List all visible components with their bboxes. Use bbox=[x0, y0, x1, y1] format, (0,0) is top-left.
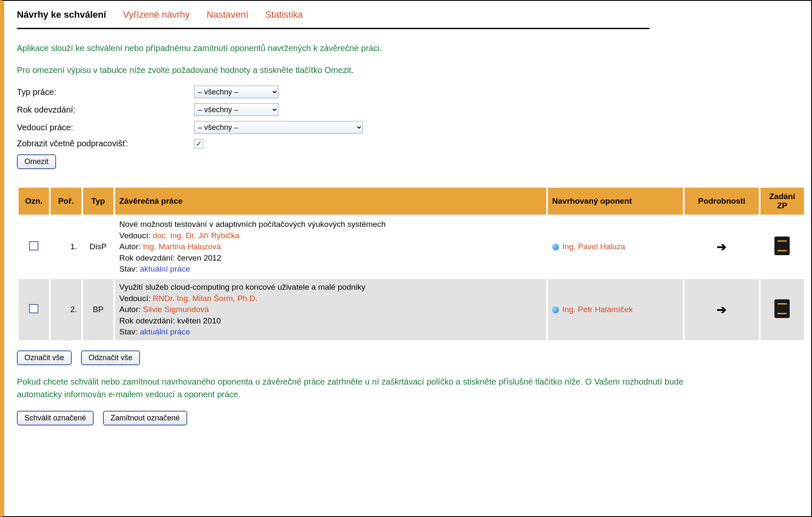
opponent-link[interactable]: Ing. Petr Halamíček bbox=[562, 305, 633, 314]
row-por: 1. bbox=[51, 216, 81, 277]
label-autor: Autor: bbox=[119, 242, 143, 251]
thesis-title: Nové možnosti testování v adaptivních po… bbox=[119, 219, 542, 230]
author-link[interactable]: Ing. Martina Haluzová bbox=[143, 242, 221, 251]
row-typ: DisP bbox=[83, 216, 113, 277]
th-opponent: Navrhovaný oponent bbox=[548, 188, 683, 215]
table-row: 1. DisP Nové možnosti testování v adapti… bbox=[19, 216, 804, 277]
help-text: Pokud chcete schválit nebo zamítnout nav… bbox=[17, 375, 683, 401]
filter-subdept-checkbox[interactable]: ✓ bbox=[194, 139, 203, 148]
th-ozn: Ozn. bbox=[19, 188, 49, 215]
check-icon: ✓ bbox=[196, 139, 202, 148]
th-por: Poř. bbox=[51, 188, 81, 215]
tab-proposals[interactable]: Návrhy ke schválení bbox=[17, 9, 106, 20]
status-link[interactable]: aktuální práce bbox=[140, 327, 190, 336]
filter-supervisor-label: Vedoucí práce: bbox=[17, 123, 194, 132]
th-details: Podrobnosti bbox=[685, 188, 759, 215]
table-row: 2. BP Využití služeb cloud-computing pro… bbox=[19, 279, 804, 340]
book-icon[interactable] bbox=[774, 237, 790, 255]
proposals-table: Ozn. Poř. Typ Závěrečná práce Navrhovaný… bbox=[17, 186, 806, 342]
opponent-link[interactable]: Ing. Pavel Haluza bbox=[562, 242, 625, 251]
label-rok: Rok odevzdání: bbox=[119, 253, 177, 262]
select-all-button[interactable]: Označit vše bbox=[17, 350, 72, 365]
label-vedouci: Vedoucí: bbox=[119, 231, 153, 240]
globe-icon bbox=[552, 244, 559, 250]
filter-type-label: Typ práce: bbox=[17, 87, 194, 97]
year-value: květen 2010 bbox=[177, 316, 221, 325]
row-checkbox[interactable] bbox=[29, 304, 38, 313]
reject-button[interactable]: Zamítnout označené bbox=[103, 411, 187, 425]
globe-icon bbox=[552, 307, 559, 313]
th-typ: Typ bbox=[83, 188, 113, 215]
tabs-bar: Návrhy ke schválení Vyřízené návrhy Nast… bbox=[17, 9, 650, 29]
author-link[interactable]: Silvie Sigmundová bbox=[143, 305, 209, 314]
filter-year-label: Rok odevzdání: bbox=[17, 105, 194, 115]
label-rok: Rok odevzdání: bbox=[119, 316, 177, 325]
thesis-block: Využití služeb cloud-computing pro konco… bbox=[119, 282, 542, 338]
intro-text-2: Pro omezení výpisu v tabulce níže zvolte… bbox=[17, 64, 799, 76]
th-zp: Závěrečná práce bbox=[115, 188, 546, 215]
limit-button[interactable]: Omezit bbox=[17, 154, 56, 169]
filter-year-select[interactable]: – všechny – bbox=[194, 103, 278, 116]
filter-type-select[interactable]: – všechny – bbox=[194, 86, 278, 98]
label-stav: Stav: bbox=[119, 327, 140, 336]
thesis-block: Nové možnosti testování v adaptivních po… bbox=[119, 219, 542, 275]
tab-processed[interactable]: Vyřízené návrhy bbox=[123, 9, 190, 20]
arrow-right-icon[interactable]: ➔ bbox=[717, 303, 726, 317]
label-autor: Autor: bbox=[119, 305, 143, 314]
supervisor-link[interactable]: doc. Ing. Dr. Jiří Rybička bbox=[153, 231, 240, 240]
row-checkbox[interactable] bbox=[29, 241, 38, 250]
book-icon[interactable] bbox=[774, 299, 790, 318]
filter-supervisor-select[interactable]: – všechny – bbox=[194, 121, 363, 134]
intro-text-1: Aplikace slouží ke schválení nebo případ… bbox=[17, 42, 799, 54]
arrow-right-icon[interactable]: ➔ bbox=[717, 240, 726, 254]
deselect-all-button[interactable]: Odznačit vše bbox=[81, 350, 140, 365]
tab-settings[interactable]: Nastavení bbox=[207, 9, 248, 20]
label-stav: Stav: bbox=[119, 264, 140, 273]
supervisor-link[interactable]: RNDr. Ing. Milan Šorm, Ph.D. bbox=[153, 294, 257, 303]
label-vedouci: Vedoucí: bbox=[119, 294, 153, 303]
tab-statistics[interactable]: Statistika bbox=[265, 9, 303, 20]
row-por: 2. bbox=[51, 279, 81, 340]
th-zadani: Zadání ZP bbox=[761, 188, 804, 215]
row-typ: BP bbox=[83, 279, 113, 340]
thesis-title: Využití služeb cloud-computing pro konco… bbox=[119, 282, 542, 293]
approve-button[interactable]: Schválit označené bbox=[17, 411, 94, 425]
status-link[interactable]: aktuální práce bbox=[140, 264, 190, 273]
filter-subdept-label: Zobrazit včetně podpracovišť: bbox=[17, 139, 194, 148]
year-value: červen 2012 bbox=[177, 253, 221, 262]
